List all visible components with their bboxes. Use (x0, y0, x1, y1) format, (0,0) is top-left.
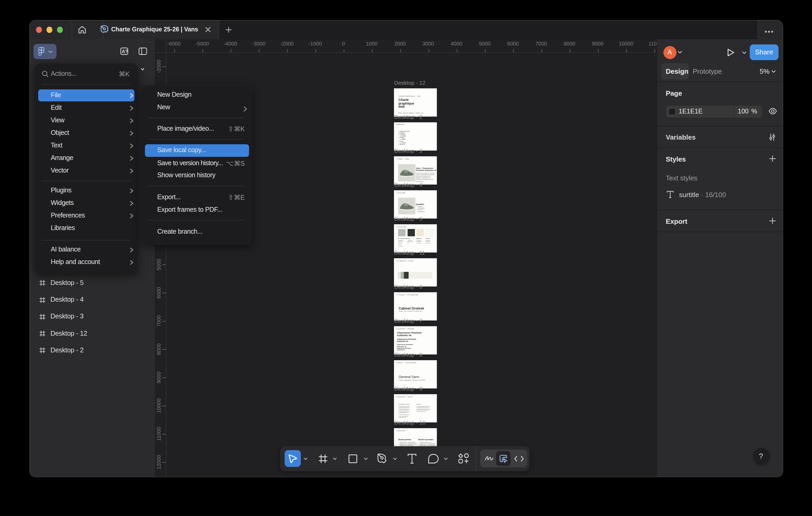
svg-text:A?: A? (121, 49, 128, 54)
